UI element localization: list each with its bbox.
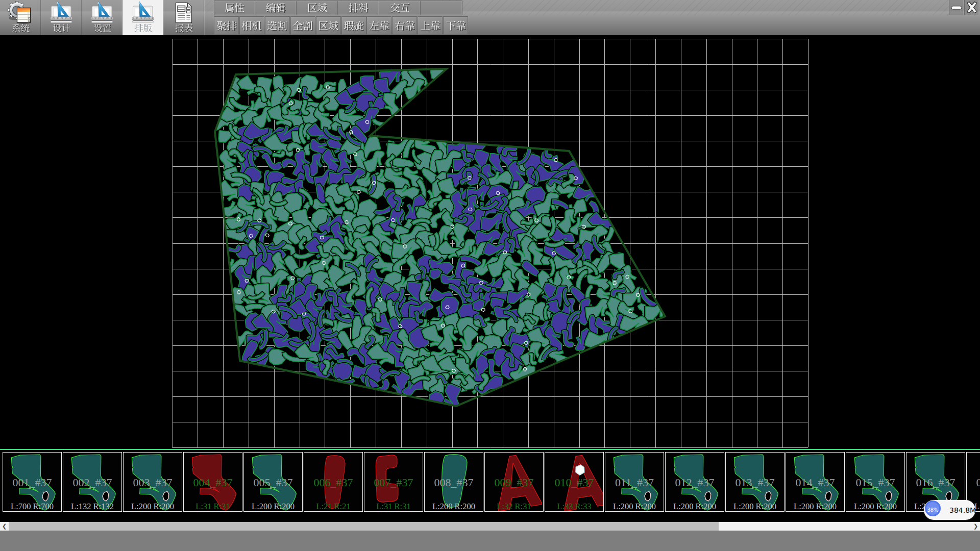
overlay-badge[interactable]: 38% 384.8M [924,500,975,520]
ribbon-tabs [214,1,462,15]
piece-label: 007_#37 [364,476,423,489]
app-button-design[interactable] [122,0,163,35]
tool-button-label [367,20,391,31]
design-icon [50,2,72,23]
ribbon-tab-2[interactable] [256,1,297,15]
piece-quantity: L:33 R:33 [545,502,604,512]
thumbnail-cell-015_#37[interactable]: 015_#37 L:200 R:200 [846,452,905,512]
thumbnail-cell-006_#37[interactable]: 006_#37 L:21 R:21 [304,452,363,512]
tool-button-label [342,20,366,31]
app-button-system[interactable] [0,0,41,35]
ribbon-tab-3[interactable] [297,1,338,15]
design-icon [132,2,154,23]
thumbnail-cell-005_#37[interactable]: 005_#37 L:200 R:200 [243,452,303,512]
close-button[interactable] [964,0,978,15]
tool-button-4[interactable] [290,16,315,35]
close-icon [965,0,979,15]
piece-quantity: L:200 R:200 [123,502,182,512]
piece-label: 009_#37 [484,476,544,489]
tool-button-1[interactable] [214,16,239,35]
piece-quantity: L:32 R:31 [484,502,544,512]
piece-quantity: L:21 R:21 [304,502,363,512]
minimize-icon [949,0,964,15]
notepad-icon [17,8,31,24]
app-button-report[interactable] [163,0,204,35]
tool-button-label [214,20,238,31]
thumbnail-cell-010_#37[interactable]: 010_#37 L:33 R:33 [545,452,604,512]
ruler-base-icon [91,17,113,22]
scroll-left-arrow[interactable]: ❮ [0,522,9,531]
thumbnail-cell-013_#37[interactable]: 013_#37 L:200 R:200 [725,452,785,512]
ribbon-tab-1[interactable] [214,1,255,15]
tool-button-2[interactable] [239,16,264,35]
app-button-design[interactable] [41,0,82,35]
badge-percent: 38% [925,500,941,516]
piece-label: 017_#37 [966,476,980,489]
ruler-base-icon [51,17,72,22]
bottom-status-bar [0,531,980,551]
tool-button-label [393,20,416,31]
report-icon [173,2,195,23]
piece-label: 015_#37 [846,476,905,489]
piece-quantity: L:200 R:200 [665,502,724,512]
piece-label: 008_#37 [424,476,483,489]
tool-button-label [418,20,442,31]
thumbnail-cell-014_#37[interactable]: 014_#37 L:200 R:200 [786,452,845,512]
thumbnail-cell-012_#37[interactable]: 012_#37 L:200 R:200 [665,452,724,512]
report-doc-icon [176,3,192,23]
thumbnail-cell-001_#37[interactable]: 001_#37 L:700 R:700 [3,452,62,512]
tool-button-10[interactable] [443,16,468,35]
piece-label: 003_#37 [123,476,182,489]
tool-button-6[interactable] [341,16,366,35]
tool-button-8[interactable] [392,16,417,35]
tool-button-label [291,20,315,31]
piece-quantity: L:31 R:31 [183,502,242,512]
piece-quantity: L:200 R:200 [424,502,483,512]
ruler-base-icon [132,17,154,22]
tool-button-5[interactable] [316,16,341,35]
piece-label: 011_#37 [605,476,664,489]
piece-quantity: L:200 R:200 [786,502,845,512]
thumbnail-cell-002_#37[interactable]: 002_#37 L:132 R:132 [63,452,122,512]
minimize-button[interactable] [949,0,963,15]
piece-quantity: L:200 R:200 [605,502,664,512]
piece-label: 012_#37 [665,476,724,489]
tool-button-3[interactable] [265,16,290,35]
piece-thumbnail-strip: 001_#37 L:700 R:700 002_#37 L:132 R:132 … [0,450,980,522]
strip-separator [0,449,980,450]
app-button-label [41,23,82,33]
scroll-right-arrow[interactable]: ❯ [971,522,980,531]
piece-label: 006_#37 [304,476,363,489]
piece-quantity: L:31 R:31 [364,502,423,512]
thumbnail-cell-003_#37[interactable]: 003_#37 L:200 R:200 [123,452,182,512]
tool-button-7[interactable] [366,16,391,35]
thumbnail-cell-009_#37[interactable]: 009_#37 L:32 R:31 [484,452,544,512]
app-button-label [82,23,122,33]
piece-label: 013_#37 [725,476,785,489]
piece-label: 010_#37 [545,476,604,489]
ribbon-tab-5[interactable] [380,1,421,15]
app-button-label [122,23,163,33]
tab-label [297,3,337,13]
tool-button-9[interactable] [418,16,443,35]
tab-label [338,3,379,13]
app-button-design[interactable] [82,0,122,35]
piece-quantity: L:200 R:200 [846,502,905,512]
thumbnail-cell-004_#37[interactable]: 004_#37 L:31 R:31 [183,452,242,512]
tool-button-label [444,20,468,31]
tab-label [214,3,255,13]
nesting-canvas[interactable] [0,35,980,449]
main-toolbar [0,0,980,35]
thumbnail-cell-008_#37[interactable]: 008_#37 L:200 R:200 [424,452,483,512]
thumbnail-cell-007_#37[interactable]: 007_#37 L:31 R:31 [364,452,423,512]
design-icon [91,2,113,23]
tool-button-label [265,20,289,31]
piece-label: 001_#37 [3,476,62,489]
thumbnail-cell-011_#37[interactable]: 011_#37 L:200 R:200 [605,452,664,512]
piece-label: 005_#37 [243,476,303,489]
ribbon-tab-4[interactable] [338,1,379,15]
app-button-label [0,23,41,33]
horizontal-scrollbar[interactable]: ❮ ❯ [0,522,980,531]
badge-value: 384.8M [949,506,976,514]
scrollbar-thumb[interactable] [9,522,719,531]
